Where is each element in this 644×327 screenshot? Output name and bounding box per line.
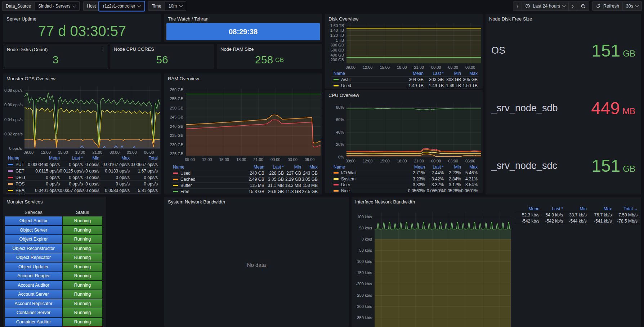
variable-time-select[interactable]: 10m [165, 1, 186, 11]
series-name[interactable]: System [334, 176, 402, 182]
legend-col-header[interactable]: Mean [400, 71, 424, 76]
x-tick-label: 09:00 [24, 150, 34, 154]
series-color-swatch [334, 184, 339, 185]
panel-title[interactable]: Node Disk Free Size [489, 16, 532, 22]
series-name[interactable]: POST [8, 182, 25, 187]
panel-title[interactable]: Node RAM Size [220, 46, 254, 52]
legend-col-header[interactable]: Max [99, 156, 130, 161]
legend-col-header[interactable]: Max [587, 206, 612, 211]
panel-title[interactable]: Node Disks (Count) [7, 47, 48, 52]
variable-host-select[interactable]: r1z2s1-controller [99, 1, 144, 11]
legend-col-header[interactable]: Min [284, 165, 301, 170]
y-tick-label: -50 kb/s [353, 248, 372, 252]
series-name[interactable]: HEAD [8, 188, 25, 193]
panel-title[interactable]: Node CPU CORES [114, 46, 154, 52]
legend-col-name[interactable]: Name [8, 156, 25, 161]
disk-free-unit: GB [623, 49, 635, 59]
y-tick-label: -150 kb/s [353, 270, 372, 275]
legend-col-header[interactable]: Mean [402, 165, 425, 170]
interface-network-chart[interactable]: 100 kb/s50 kb/s0 kb/s-50 kb/s-100 kb/s-1… [353, 212, 511, 327]
legend-col-header[interactable]: Last * [424, 71, 444, 76]
service-name-cell: Account Auditor [5, 281, 62, 290]
legend-col-header[interactable]: Last * [264, 165, 284, 170]
panel-title[interactable]: Monster OPS Overview [6, 76, 55, 81]
legend-value: 15.3 GB [239, 189, 264, 194]
legend-col-header[interactable]: Mean [25, 156, 60, 161]
series-name[interactable]: Avail [334, 77, 400, 82]
panel-node-disks-count: Node Disks (Count) ⋮ 3 [3, 44, 108, 69]
series-color-swatch [173, 173, 178, 174]
legend-row: eth0.received52.3 kb/s54.9 kb/s33.7 kb/s… [514, 212, 639, 218]
legend-col-header[interactable]: Mean [239, 165, 264, 170]
time-shift-back-button[interactable]: ‹ [513, 1, 522, 11]
series-name[interactable]: I/O Wait [334, 170, 402, 175]
panel-title[interactable]: System Network Bandwidth [168, 199, 225, 205]
series-color-swatch [173, 185, 178, 186]
panel-title[interactable]: RAM Overview [168, 76, 199, 81]
panel-title[interactable]: Server Uptime [6, 16, 36, 22]
panel-title[interactable]: CPU Overview [328, 93, 359, 98]
time-shift-forward-button[interactable]: › [569, 1, 577, 11]
cpu-overview-chart[interactable]: 80%60%40%20%0%09:0012:0015:0018:0021:000… [326, 102, 481, 164]
refresh-interval-select[interactable]: 30s [623, 1, 642, 11]
legend-col-header[interactable]: Max [301, 165, 318, 170]
zoom-out-button[interactable] [577, 1, 589, 11]
y-tick-label: -200 kb/s [353, 282, 372, 286]
ram-overview-legend: NameMeanLast *MinMaxUsed240 GB228 GB227 … [171, 164, 319, 194]
panel-monster-ops: Monster OPS Overview 0.08 ops/s0.06 ops/… [3, 73, 161, 194]
legend-col-header[interactable]: Min [444, 71, 461, 76]
legend-row: GET0.0115 ops/s0.0125 ops/s0 ops/s0.0133… [6, 168, 159, 174]
legend-col-header[interactable]: Min [83, 156, 99, 161]
refresh-button[interactable]: Refresh [592, 1, 623, 11]
legend-col-name[interactable]: Name [334, 71, 400, 76]
legend-col-header[interactable]: Mean [516, 206, 540, 211]
legend-col-header[interactable]: Max [461, 165, 478, 170]
legend-col-header[interactable]: Total [130, 156, 158, 161]
series-name[interactable]: Used [173, 171, 239, 176]
service-name-cell: Container Auditor [5, 318, 62, 326]
panel-title[interactable]: Monster Services [6, 199, 43, 205]
legend-col-header[interactable]: Min [444, 165, 461, 170]
legend-col-header[interactable]: Max [461, 71, 478, 76]
service-status-cell: Running [63, 290, 102, 299]
legend-col-header[interactable]: Last * [425, 165, 444, 170]
legend-value: 0 ops/s [83, 162, 99, 167]
series-name[interactable]: Used [334, 83, 400, 88]
legend-col-name[interactable]: Name [173, 165, 239, 170]
legend-row: HEAD0.0401 ops/s0.0357 ops/s0 ops/s0.058… [6, 187, 159, 194]
legend-row: REPLICATION [6, 194, 159, 194]
variable-datasource-select[interactable]: Sindad - Servers [34, 1, 80, 11]
monster-ops-chart[interactable]: 0.08 ops/s0.06 ops/s0.04 ops/s0.02 ops/s… [4, 86, 160, 156]
legend-col-header[interactable]: Last * [60, 156, 83, 161]
ram-overview-chart[interactable]: 260 GB255 GB250 GB245 GB240 GB235 GB230 … [166, 88, 321, 164]
panel-title[interactable]: Interface Network Bandwidth [355, 199, 415, 205]
legend-col-header[interactable]: Last * [540, 206, 563, 211]
service-status-cell: Running [63, 226, 102, 234]
panel-menu-icon[interactable]: ⋮ [100, 46, 106, 51]
series-name[interactable]: GET [8, 169, 25, 174]
series-name[interactable]: Free [173, 189, 239, 194]
series-name[interactable]: REPLICATION [8, 194, 25, 194]
x-tick-label: 15:00 [380, 65, 390, 70]
legend-value: 304 GB [400, 77, 424, 82]
x-tick-label: 18:00 [397, 159, 407, 163]
legend-value: 0 ops/s [130, 175, 158, 180]
series-name[interactable]: Cached [173, 177, 239, 182]
series-name[interactable]: DELETE [8, 175, 25, 180]
legend-col-header[interactable]: Min [563, 206, 587, 211]
panel-title[interactable]: Disk Overview [328, 16, 358, 22]
x-tick-label: 18:00 [397, 65, 407, 70]
legend-col-header[interactable]: Total ⌄ [612, 206, 638, 211]
service-name-cell: Object Updater [5, 263, 62, 271]
chevron-down-icon [179, 4, 183, 7]
legend-col-name[interactable]: Name [334, 165, 402, 170]
series-name[interactable]: Buffer [173, 183, 239, 188]
series-name[interactable]: PUT [8, 162, 25, 167]
service-row: Container ServerRunning [5, 308, 103, 317]
disk-overview-chart[interactable]: 1.60 TB1.40 TB1.20 TB1 TB800 GB600 GB400… [326, 23, 481, 71]
series-name[interactable]: Nice [334, 188, 402, 193]
time-range-picker-button[interactable]: Last 24 hours [522, 1, 569, 11]
panel-title[interactable]: The Watch / Tehran [168, 16, 209, 22]
legend-value: 76.7 kb/s [587, 212, 612, 218]
series-name[interactable]: User [334, 182, 402, 187]
